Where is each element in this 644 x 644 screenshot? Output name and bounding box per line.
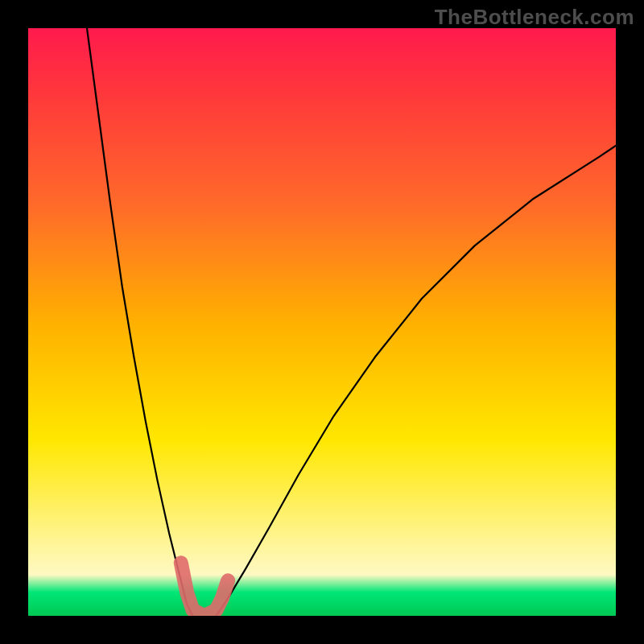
curve-left-branch (87, 28, 192, 616)
valley-highlight (181, 563, 228, 616)
plot-area (28, 28, 616, 616)
curve-right-branch (217, 146, 616, 616)
chart-stage: TheBottleneck.com (0, 0, 644, 644)
watermark-text: TheBottleneck.com (435, 5, 634, 30)
curves-svg (28, 28, 616, 616)
